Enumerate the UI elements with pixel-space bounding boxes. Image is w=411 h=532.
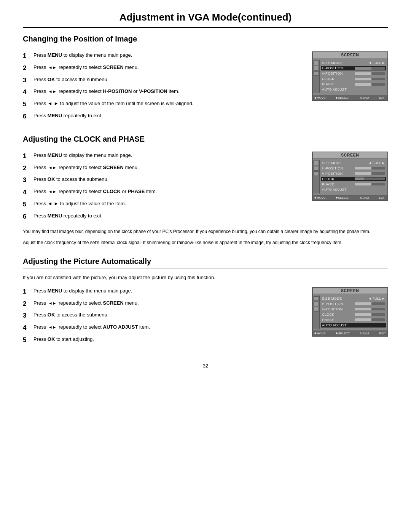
step1-5: 5 Press ◄ ► to adjust the value of the i… bbox=[23, 100, 301, 109]
section2-rule bbox=[23, 146, 388, 146]
osd1-label-phase: PHASE bbox=[322, 82, 334, 86]
section3-title: Adjusting the Picture Automatically bbox=[23, 257, 388, 266]
osd3-label-sizemode: SIZE MODE bbox=[322, 297, 342, 300]
osd2-body: SIZE MODE ◄ FULL ► H-POSITION V-POSITION bbox=[313, 158, 387, 195]
osd1-row-phase: PHASE bbox=[321, 82, 386, 86]
step1-3-text: Press OK to access the submenu. bbox=[33, 76, 108, 83]
step1-2-num: 2 bbox=[23, 64, 31, 73]
osd1-label-autoadjust: AUTO ADJUST bbox=[322, 88, 347, 91]
osd2-bar-phase bbox=[355, 183, 385, 185]
osd2-row-clock: CLOCK bbox=[321, 177, 386, 181]
step2-3-num: 3 bbox=[23, 176, 31, 185]
osd2-row-vpos: V-POSITION bbox=[321, 171, 386, 176]
step1-3-num: 3 bbox=[23, 76, 31, 85]
osd2-bar-clock bbox=[355, 177, 385, 180]
osd1-footer: ◆ MOVE ◆ SELECT MENU EXIT bbox=[313, 95, 387, 100]
osd2-sidebar bbox=[313, 160, 320, 193]
osd1-label-sizemode: SIZE MODE bbox=[322, 61, 342, 65]
section3-steps: 1 Press MENU to display the menu main pa… bbox=[23, 287, 301, 348]
osd1-row-autoadjust: AUTO ADJUST bbox=[321, 87, 386, 92]
osd3-label-phase: PHASE bbox=[322, 318, 334, 322]
osd2-bar-vpos-fill bbox=[355, 172, 371, 175]
step2-5-num: 5 bbox=[23, 200, 31, 209]
section2-title: Adjusting the CLOCK and PHASE bbox=[23, 135, 388, 144]
osd2-bar-vpos bbox=[355, 172, 385, 175]
step3-1-num: 1 bbox=[23, 287, 31, 296]
osd3-row-phase: PHASE bbox=[321, 318, 386, 322]
step1-5-num: 5 bbox=[23, 100, 31, 109]
osd1-footer-menu: MENU bbox=[360, 96, 369, 99]
step2-4-num: 4 bbox=[23, 188, 31, 197]
osd3-btn2 bbox=[314, 302, 319, 306]
step2-2-num: 2 bbox=[23, 164, 31, 173]
osd3-label-hpos: H-POSITION bbox=[322, 302, 343, 306]
osd1-value-sizemode: ◄ FULL ► bbox=[368, 61, 386, 65]
step1-1-num: 1 bbox=[23, 51, 31, 61]
osd2-bar-phase-fill bbox=[355, 183, 371, 185]
step2-1-text: Press MENU to display the menu main page… bbox=[33, 152, 132, 159]
step2-6-text: Press MENU repeatedly to exit. bbox=[33, 212, 102, 220]
step3-2-num: 2 bbox=[23, 299, 31, 308]
osd3-footer: ◆ MOVE ◆ SELECT MENU EXIT bbox=[313, 331, 387, 336]
osd3-header: SCREEN bbox=[313, 288, 387, 294]
osd3-bar-hpos bbox=[355, 302, 385, 305]
osd3-body: SIZE MODE ◄ FULL ► H-POSITION V-POSITION bbox=[313, 294, 387, 331]
step3-1-text: Press MENU to display the menu main page… bbox=[33, 287, 132, 295]
step2-2-text: Press ◄► repeatedly to select SCREEN men… bbox=[33, 164, 139, 171]
osd3-row-sizemode: SIZE MODE ◄ FULL ► bbox=[321, 296, 386, 301]
osd3-label-autoadjust: AUTO ADJUST bbox=[322, 323, 347, 327]
osd2-row-sizemode: SIZE MODE ◄ FULL ► bbox=[321, 161, 386, 165]
osd1-bar-hpos bbox=[355, 67, 385, 70]
title-divider bbox=[23, 27, 388, 28]
step1-4-num: 4 bbox=[23, 88, 31, 97]
osd1-bar-hpos-fill bbox=[355, 67, 371, 70]
osd2-bar-hpos-fill bbox=[355, 167, 371, 169]
step2-5-text: Press ◄ ► to adjust the value of the ite… bbox=[33, 200, 126, 208]
osd1-row-hpos: H-POSITION bbox=[321, 66, 386, 70]
step1-6-text: Press MENU repeatedly to exit. bbox=[33, 112, 102, 120]
step1-1-text: Press MENU to display the menu main page… bbox=[33, 51, 132, 59]
osd1-btn2 bbox=[314, 66, 319, 70]
osd1-box: SCREEN SIZE MODE ◄ FULL ► bbox=[312, 51, 388, 101]
step1-3: 3 Press OK to access the submenu. bbox=[23, 76, 301, 85]
step3-3-text: Press OK to access the submenu. bbox=[33, 311, 108, 319]
osd2-row-hpos: H-POSITION bbox=[321, 166, 386, 171]
osd1: SCREEN SIZE MODE ◄ FULL ► bbox=[312, 51, 388, 101]
osd3-sidebar bbox=[313, 296, 320, 329]
osd3-bar-hpos-fill bbox=[355, 302, 371, 305]
osd1-row-clock: CLOCK bbox=[321, 77, 386, 81]
section2-note2: Adjust the clock frequency of the set's … bbox=[23, 239, 388, 246]
osd2-btn2 bbox=[314, 166, 319, 171]
osd2-label-vpos: V-POSITION bbox=[322, 172, 343, 176]
osd2-header: SCREEN bbox=[313, 152, 387, 158]
step1-5-text: Press ◄ ► to adjust the value of the ite… bbox=[33, 100, 193, 107]
osd2-row-autoadjust: AUTO ADJUST bbox=[321, 187, 386, 192]
step3-3: 3 Press OK to access the submenu. bbox=[23, 311, 301, 320]
osd1-menu: SIZE MODE ◄ FULL ► H-POSITION V-P bbox=[320, 60, 387, 93]
osd1-bar-vpos bbox=[355, 72, 385, 75]
osd3-bar-vpos bbox=[355, 308, 385, 310]
osd3-bar-phase bbox=[355, 318, 385, 321]
step2-4-text: Press ◄► repeatedly to select CLOCK or P… bbox=[33, 188, 157, 195]
osd1-label-vpos: V-POSITION bbox=[322, 72, 343, 75]
step1-6: 6 Press MENU repeatedly to exit. bbox=[23, 112, 301, 121]
step1-4-text: Press ◄► repeatedly to select H-POSITION… bbox=[33, 88, 179, 95]
section2-note1: You may find that images blur, depending… bbox=[23, 228, 388, 235]
osd2-btn1 bbox=[314, 161, 319, 165]
osd2-bar-hpos bbox=[355, 167, 385, 169]
page-number: 32 bbox=[23, 363, 388, 369]
section-position: Changing the Position of Image 1 Press M… bbox=[23, 35, 388, 124]
osd1-btn1 bbox=[314, 61, 319, 65]
osd2-bar-clock-fill bbox=[355, 177, 364, 180]
step3-2-text: Press ◄► repeatedly to select SCREEN men… bbox=[33, 299, 139, 307]
osd1-footer-exit: EXIT bbox=[379, 96, 386, 99]
osd2-footer-move: ◆ MOVE bbox=[314, 196, 326, 200]
osd2-label-autoadjust: AUTO ADJUST bbox=[322, 188, 347, 192]
osd3-btn3 bbox=[314, 307, 319, 312]
osd2-footer: ◆ MOVE ◆ SELECT MENU EXIT bbox=[313, 195, 387, 200]
step3-5-text: Press OK to start adjusting. bbox=[33, 335, 94, 343]
osd2-value-sizemode: ◄ FULL ► bbox=[368, 161, 386, 165]
step3-4: 4 Press ◄► repeatedly to select AUTO ADJ… bbox=[23, 323, 301, 332]
step2-6-num: 6 bbox=[23, 212, 31, 221]
osd1-bar-clock-fill bbox=[355, 78, 371, 80]
